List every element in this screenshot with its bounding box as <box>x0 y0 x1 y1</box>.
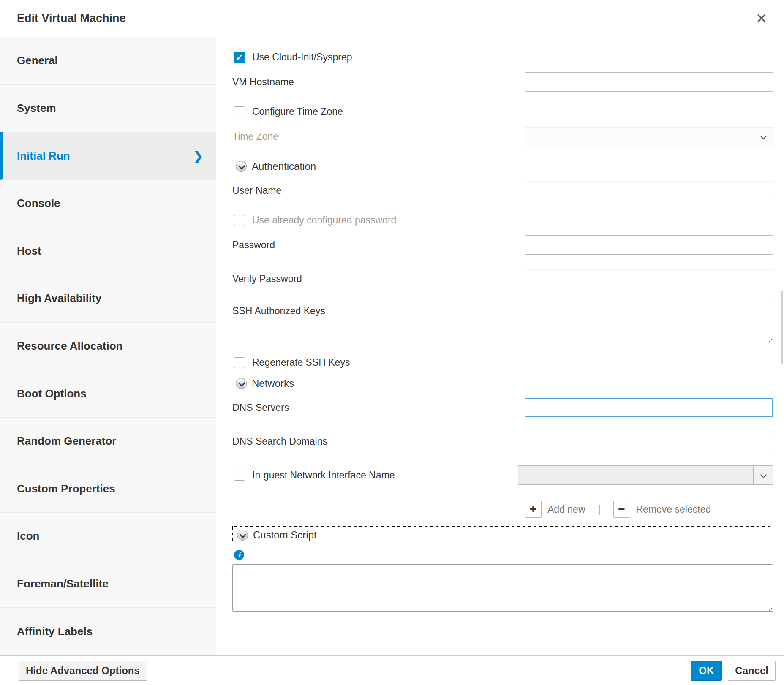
sidebar-item-console[interactable]: Console <box>0 180 216 228</box>
sidebar-item-initial-run[interactable]: Initial Run❯ <box>0 132 216 180</box>
actions-separator: | <box>598 504 601 515</box>
vm-hostname-label: VM Hostname <box>232 76 525 88</box>
ssh-authorized-keys-row: SSH Authorized Keys <box>232 303 773 342</box>
sidebar-item-affinity-labels[interactable]: Affinity Labels <box>0 608 216 655</box>
sidebar-item-label: Random Generator <box>17 435 117 448</box>
check-icon: ✓ <box>236 53 243 62</box>
time-zone-label: Time Zone <box>232 131 525 142</box>
sidebar-item-label: Icon <box>17 530 39 543</box>
regenerate-ssh-keys-row: ✓ Regenerate SSH Keys <box>232 357 773 368</box>
sidebar-item-general[interactable]: General <box>0 37 216 85</box>
sidebar: General System Initial Run❯ Console Host… <box>0 37 216 655</box>
scrollbar-thumb[interactable] <box>781 291 783 364</box>
sidebar-item-host[interactable]: Host <box>0 227 216 275</box>
dialog-title: Edit Virtual Machine <box>17 12 126 25</box>
inguest-interface-label[interactable]: In-guest Network Interface Name <box>252 470 395 481</box>
sidebar-item-label: Boot Options <box>17 387 87 400</box>
dns-servers-row: DNS Servers <box>232 398 773 417</box>
sidebar-item-boot-options[interactable]: Boot Options <box>0 370 216 418</box>
user-name-row: User Name <box>232 181 773 200</box>
sidebar-item-label: Resource Allocation <box>17 340 122 353</box>
user-name-input[interactable] <box>525 181 773 200</box>
sidebar-item-system[interactable]: System <box>0 85 216 133</box>
sidebar-item-icon[interactable]: Icon <box>0 513 216 560</box>
sidebar-item-foreman-satellite[interactable]: Foreman/Satellite <box>0 560 216 608</box>
custom-script-section-row[interactable]: Custom Script <box>232 526 773 544</box>
inguest-interface-row: ✓ In-guest Network Interface Name <box>232 465 773 485</box>
time-zone-row: Time Zone <box>232 127 773 146</box>
user-name-label: User Name <box>232 185 525 196</box>
sidebar-item-label: General <box>17 54 58 67</box>
sidebar-item-label: Initial Run <box>17 150 70 163</box>
collapse-networks-icon[interactable] <box>236 378 247 389</box>
add-new-label[interactable]: Add new <box>547 504 585 515</box>
sidebar-item-resource-allocation[interactable]: Resource Allocation <box>0 323 216 370</box>
sidebar-item-label: Custom Properties <box>17 482 115 495</box>
dns-search-domains-row: DNS Search Domains <box>232 432 773 451</box>
use-cloud-init-row: ✓ Use Cloud-Init/Sysprep <box>232 52 773 63</box>
authentication-section-label: Authentication <box>252 160 316 172</box>
custom-script-section-label: Custom Script <box>253 529 317 541</box>
configure-time-zone-label[interactable]: Configure Time Zone <box>252 106 343 117</box>
sidebar-item-label: System <box>17 102 56 115</box>
password-input[interactable] <box>525 235 773 255</box>
time-zone-select[interactable] <box>525 127 773 146</box>
password-label: Password <box>232 239 525 251</box>
configure-time-zone-row: ✓ Configure Time Zone <box>232 106 773 117</box>
use-configured-password-label[interactable]: Use already configured password <box>252 215 396 226</box>
info-icon: i <box>234 550 244 560</box>
use-configured-password-row: ✓ Use already configured password <box>232 215 773 226</box>
cancel-button[interactable]: Cancel <box>728 661 776 681</box>
sidebar-item-high-availability[interactable]: High Availability <box>0 275 216 323</box>
ok-button[interactable]: OK <box>691 661 722 681</box>
chevron-down-icon <box>760 472 767 478</box>
use-configured-password-checkbox[interactable]: ✓ <box>234 215 245 226</box>
regenerate-ssh-keys-checkbox[interactable]: ✓ <box>234 357 245 368</box>
dns-servers-input[interactable] <box>525 398 773 417</box>
verify-password-row: Verify Password <box>232 269 773 288</box>
chevron-down-icon <box>760 133 767 140</box>
regenerate-ssh-keys-label[interactable]: Regenerate SSH Keys <box>252 357 350 368</box>
add-network-button[interactable]: + <box>525 501 542 518</box>
sidebar-item-label: High Availability <box>17 292 101 305</box>
dialog-body: General System Initial Run❯ Console Host… <box>0 37 784 655</box>
vm-hostname-row: VM Hostname <box>232 72 773 92</box>
sidebar-item-label: Affinity Labels <box>17 625 93 638</box>
inguest-interface-select[interactable] <box>518 465 773 485</box>
remove-selected-label[interactable]: Remove selected <box>636 504 711 515</box>
dialog-header: Edit Virtual Machine ✕ <box>0 0 784 37</box>
configure-time-zone-checkbox[interactable]: ✓ <box>234 106 245 117</box>
dns-servers-label: DNS Servers <box>232 402 525 413</box>
sidebar-item-label: Console <box>17 197 60 210</box>
collapse-custom-script-icon[interactable] <box>237 530 248 541</box>
password-row: Password <box>232 235 773 255</box>
network-actions-row: + Add new | − Remove selected <box>525 501 773 518</box>
sidebar-item-custom-properties[interactable]: Custom Properties <box>0 465 216 513</box>
collapse-authentication-icon[interactable] <box>236 161 247 172</box>
sidebar-item-label: Host <box>17 245 41 258</box>
verify-password-input[interactable] <box>525 269 773 288</box>
close-icon[interactable]: ✕ <box>756 12 767 25</box>
hide-advanced-options-button[interactable]: Hide Advanced Options <box>19 661 147 681</box>
edit-vm-dialog: Edit Virtual Machine ✕ General System In… <box>0 0 784 685</box>
select-end <box>753 466 773 484</box>
authentication-section-row: Authentication <box>232 160 773 172</box>
networks-section-label: Networks <box>252 378 294 389</box>
remove-network-button[interactable]: − <box>613 501 630 518</box>
initial-run-panel: ✓ Use Cloud-Init/Sysprep VM Hostname ✓ C… <box>216 37 784 655</box>
dns-search-domains-label: DNS Search Domains <box>232 436 525 447</box>
custom-script-textarea[interactable] <box>232 564 773 612</box>
verify-password-label: Verify Password <box>232 273 525 285</box>
sidebar-item-label: Foreman/Satellite <box>17 577 109 590</box>
networks-section-row: Networks <box>232 378 773 389</box>
inguest-interface-checkbox[interactable]: ✓ <box>234 470 245 481</box>
ssh-authorized-keys-textarea[interactable] <box>525 303 773 342</box>
ssh-authorized-keys-label: SSH Authorized Keys <box>232 303 525 317</box>
use-cloud-init-label[interactable]: Use Cloud-Init/Sysprep <box>252 52 352 63</box>
vm-hostname-input[interactable] <box>525 72 773 92</box>
dialog-footer: Hide Advanced Options OK Cancel <box>0 655 784 685</box>
chevron-right-icon: ❯ <box>193 149 203 163</box>
sidebar-item-random-generator[interactable]: Random Generator <box>0 418 216 465</box>
dns-search-domains-input[interactable] <box>525 432 773 451</box>
use-cloud-init-checkbox[interactable]: ✓ <box>234 52 245 63</box>
